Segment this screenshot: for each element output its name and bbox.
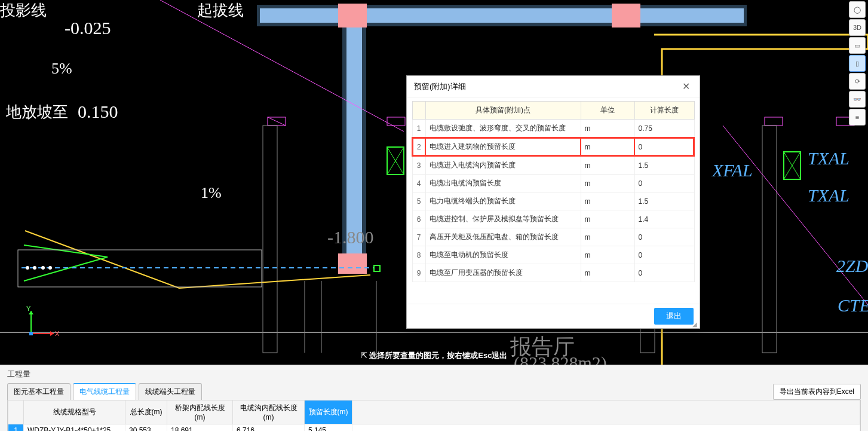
cad-label: 1% xyxy=(201,184,222,202)
quantity-tab[interactable]: 图元基本工程量 xyxy=(7,383,70,400)
reserve-unit: m xyxy=(581,228,634,246)
cad-label: 5% xyxy=(51,60,72,78)
grid-row[interactable]: 1WDZB-YJY-B1-4*50+1*2530.55318.6916.7165… xyxy=(8,424,860,432)
reserve-value: 1.4 xyxy=(634,210,694,228)
grid-header[interactable]: 桥架内配线长度(m) xyxy=(167,401,233,424)
grid-header[interactable]: 预留长度(m) xyxy=(305,401,352,424)
svg-line-14 xyxy=(268,117,286,126)
quantity-tab[interactable]: 线缆端头工程量 xyxy=(139,383,202,400)
col-point: 具体预留(附加)点 xyxy=(425,102,581,120)
reserve-detail-dialog: 预留(附加)详细 ✕ 具体预留(附加)点 单位 计算长度 1电缆敷设弛度、波形弯… xyxy=(406,75,700,329)
svg-point-30 xyxy=(26,266,29,270)
svg-rect-34 xyxy=(374,265,380,271)
reserve-row[interactable]: 4电缆出电缆沟预留长度m0 xyxy=(412,175,694,192)
reserve-unit: m xyxy=(581,210,634,228)
svg-text:Y: Y xyxy=(26,305,31,312)
reserve-unit: m xyxy=(581,264,634,282)
reserve-name: 电缆进入电缆沟内预留长度 xyxy=(425,156,581,175)
status-hint: 选择所要查量的图元，按右键或Esc退出 xyxy=(361,350,508,361)
reserve-name: 高压开关柜及低压配电盘、箱的预留长度 xyxy=(425,228,581,246)
orbit-icon[interactable]: ◯ xyxy=(849,1,866,18)
reserve-unit: m xyxy=(581,137,634,156)
close-icon[interactable]: ✕ xyxy=(680,81,692,92)
reserve-row[interactable]: 2电缆进入建筑物的预留长度m0 xyxy=(412,137,694,156)
reserve-row[interactable]: 7高压开关柜及低压配电盘、箱的预留长度m0 xyxy=(412,228,694,246)
glasses-icon[interactable]: 👓 xyxy=(849,91,866,108)
svg-rect-22 xyxy=(762,126,777,353)
cad-label: XFAL xyxy=(712,160,753,181)
svg-rect-20 xyxy=(263,126,277,353)
quantity-tab[interactable]: 电气线缆工程量 xyxy=(73,383,136,400)
cube-front-icon[interactable]: ▯ xyxy=(849,55,866,72)
cube-top-icon[interactable]: ▭ xyxy=(849,37,866,54)
quantity-grid: 线缆规格型号总长度(m)桥架内配线长度(m)电缆沟内配线长度(m)预留长度(m)… xyxy=(7,400,861,431)
reserve-value: 1.5 xyxy=(634,192,694,210)
reserve-value: 0 xyxy=(634,264,694,282)
svg-rect-17 xyxy=(765,117,783,126)
reserve-row[interactable]: 8电缆至电动机的预留长度m0 xyxy=(412,246,694,264)
svg-rect-15 xyxy=(387,117,405,126)
reserve-row[interactable]: 3电缆进入电缆沟内预留长度m1.5 xyxy=(412,156,694,175)
cad-label: CTE xyxy=(838,295,868,316)
dialog-title: 预留(附加)详细 xyxy=(414,81,466,92)
reserve-unit: m xyxy=(581,175,634,192)
reserve-value: 0 xyxy=(634,137,694,156)
reserve-unit: m xyxy=(581,156,634,175)
quantity-panel: 工程量 图元基本工程量电气线缆工程量线缆端头工程量导出当前表内容到Excel 线… xyxy=(0,365,868,431)
reserve-name: 电缆至厂用变压器的预留长度 xyxy=(425,264,581,282)
reserve-value: 0 xyxy=(634,175,694,192)
reserve-table: 具体预留(附加)点 单位 计算长度 1电缆敷设弛度、波形弯度、交叉的预留长度m0… xyxy=(412,101,695,282)
svg-rect-6 xyxy=(338,253,367,274)
cad-label: TXAL xyxy=(808,148,849,169)
svg-point-32 xyxy=(41,266,45,270)
cad-label: 2ZD xyxy=(836,256,868,276)
cad-label: TXAL xyxy=(808,185,849,206)
grid-header[interactable]: 线缆规格型号 xyxy=(24,401,125,424)
reserve-value: 1.5 xyxy=(634,156,694,175)
rotate-icon[interactable]: ⟳ xyxy=(849,73,866,90)
reserve-unit: m xyxy=(581,246,634,264)
reserve-value: 0.75 xyxy=(634,120,694,138)
list-icon[interactable]: ≡ xyxy=(849,109,866,126)
cad-label: -0.025 xyxy=(65,18,111,38)
svg-text:X: X xyxy=(55,330,60,337)
axis-indicator: X Y xyxy=(24,305,60,341)
reserve-row[interactable]: 1电缆敷设弛度、波形弯度、交叉的预留长度m0.75 xyxy=(412,120,694,138)
grid-header[interactable]: 电缆沟内配线长度(m) xyxy=(233,401,305,424)
svg-rect-5 xyxy=(612,4,640,27)
reserve-unit: m xyxy=(581,192,634,210)
cad-label: -1.800 xyxy=(327,227,374,247)
reserve-unit: m xyxy=(581,120,634,138)
reserve-name: 电缆至电动机的预留长度 xyxy=(425,246,581,264)
svg-rect-4 xyxy=(338,4,367,27)
3d-icon[interactable]: 3D xyxy=(849,19,866,36)
reserve-row[interactable]: 9电缆至厂用变压器的预留长度m0 xyxy=(412,264,694,282)
reserve-row[interactable]: 6电缆进控制、保护屏及模拟盘等预留长度m1.4 xyxy=(412,210,694,228)
svg-point-33 xyxy=(48,266,52,270)
export-excel-button[interactable]: 导出当前表内容到Excel xyxy=(773,384,861,400)
quantity-tabs: 图元基本工程量电气线缆工程量线缆端头工程量导出当前表内容到Excel xyxy=(0,383,868,400)
col-value: 计算长度 xyxy=(634,102,694,120)
svg-point-31 xyxy=(33,266,36,270)
cad-label: 投影线 xyxy=(0,0,47,21)
cad-label: 地放坡至 xyxy=(6,102,68,123)
reserve-row[interactable]: 5电力电缆终端头的预留长度m1.5 xyxy=(412,192,694,210)
col-unit: 单位 xyxy=(581,102,634,120)
reserve-name: 电缆出电缆沟预留长度 xyxy=(425,175,581,192)
svg-marker-36 xyxy=(50,331,54,336)
reserve-value: 0 xyxy=(634,246,694,264)
view-toolbar: ◯3D▭▯⟳👓≡ xyxy=(849,1,867,126)
grid-header[interactable]: 总长度(m) xyxy=(125,401,167,424)
panel-title: 工程量 xyxy=(0,365,868,383)
resize-grip-icon[interactable]: ◢ xyxy=(692,321,698,327)
cad-label: 0.150 xyxy=(78,102,118,122)
exit-button[interactable]: 退出 xyxy=(654,308,694,325)
reserve-name: 电缆进入建筑物的预留长度 xyxy=(425,137,581,156)
svg-rect-3 xyxy=(346,8,362,264)
svg-rect-39 xyxy=(29,332,33,335)
cad-label: (823.828m2) xyxy=(514,353,607,365)
reserve-name: 电缆进控制、保护屏及模拟盘等预留长度 xyxy=(425,210,581,228)
reserve-value: 0 xyxy=(634,228,694,246)
cad-label: 起拔线 xyxy=(197,0,244,21)
reserve-name: 电缆敷设弛度、波形弯度、交叉的预留长度 xyxy=(425,120,581,138)
